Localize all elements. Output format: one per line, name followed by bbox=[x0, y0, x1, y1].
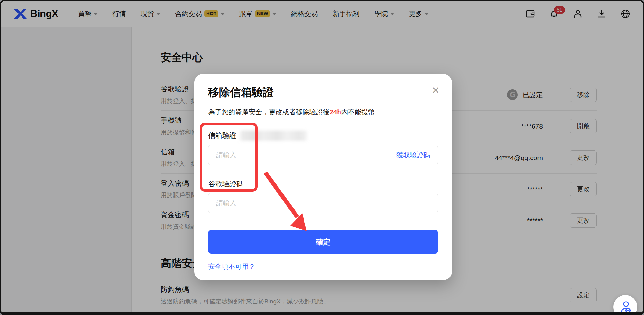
blurred-email-address bbox=[240, 131, 307, 141]
close-icon[interactable]: ✕ bbox=[432, 86, 440, 95]
confirm-button[interactable]: 確定 bbox=[208, 230, 438, 254]
warning-24h: 24h bbox=[330, 108, 341, 115]
modal-title: 移除信箱驗證 bbox=[208, 74, 438, 100]
google-code-label: 谷歌驗證碼 bbox=[208, 179, 438, 189]
google-code-field bbox=[208, 193, 438, 213]
email-verification-label: 信箱驗證 bbox=[208, 131, 438, 141]
email-code-input[interactable] bbox=[216, 151, 396, 159]
modal-warning: 為了您的資產安全，更改或者移除驗證後24h內不能提幣 bbox=[208, 107, 438, 116]
google-code-input[interactable] bbox=[216, 199, 430, 207]
support-agent-icon bbox=[618, 300, 632, 314]
security-unavailable-link[interactable]: 安全項不可用？ bbox=[208, 262, 255, 271]
remove-email-verification-modal: ✕ 移除信箱驗證 為了您的資產安全，更改或者移除驗證後24h內不能提幣 信箱驗證… bbox=[194, 74, 452, 280]
email-code-field: 獲取驗證碼 bbox=[208, 145, 438, 165]
browser-window: BingX 買幣 行情 現貨 合約交易HOT 跟單NEW 網格交易 新手福利 學… bbox=[0, 0, 644, 315]
get-verification-code-link[interactable]: 獲取驗證碼 bbox=[396, 150, 430, 159]
